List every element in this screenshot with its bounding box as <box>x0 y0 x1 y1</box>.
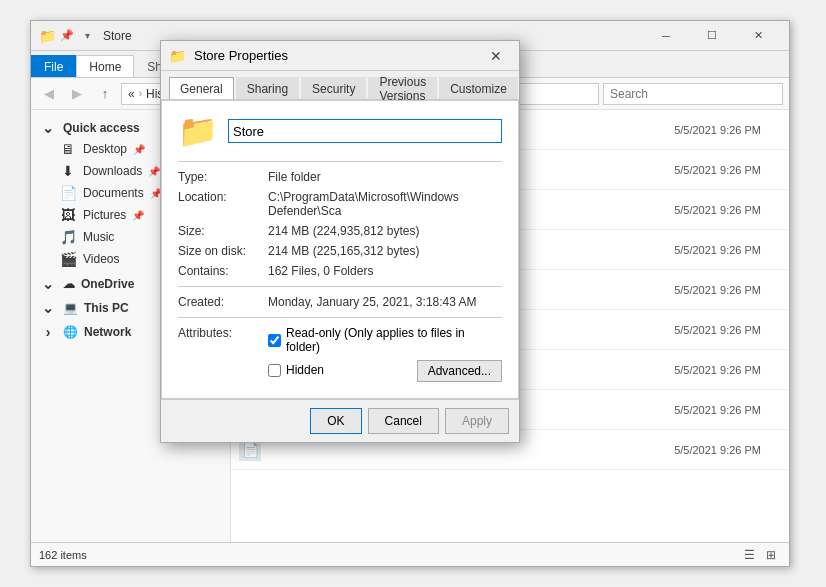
divider-1 <box>178 161 502 162</box>
downloads-icon: ⬇ <box>59 163 77 179</box>
folder-name-input[interactable] <box>228 119 502 143</box>
thispc-label: This PC <box>84 301 129 315</box>
dialog-close-button[interactable]: ✕ <box>481 41 511 71</box>
size-disk-value: 214 MB (225,165,312 bytes) <box>268 244 502 258</box>
up-button[interactable]: ↑ <box>93 82 117 106</box>
title-bar-icons: 📁 📌 ▾ <box>39 28 95 44</box>
title-quick-access-icon: 📌 <box>59 28 75 44</box>
back-button[interactable]: ◀ <box>37 82 61 106</box>
location-value: C:\ProgramData\Microsoft\Windows Defende… <box>268 190 502 218</box>
properties-dialog: 📁 Store Properties ✕ General Sharing Sec… <box>160 40 520 443</box>
pin-icon-downloads: 📌 <box>148 166 160 177</box>
videos-icon: 🎬 <box>59 251 77 267</box>
folder-row: 📁 <box>178 115 502 147</box>
attributes-label: Attributes: <box>178 326 268 382</box>
created-label: Created: <box>178 295 268 309</box>
dialog-title: Store Properties <box>194 48 473 63</box>
prop-size: Size: 214 MB (224,935,812 bytes) <box>178 224 502 238</box>
maximize-button[interactable]: ☐ <box>689 21 735 51</box>
location-label: Location: <box>178 190 268 218</box>
apply-button[interactable]: Apply <box>445 408 509 434</box>
size-value: 214 MB (224,935,812 bytes) <box>268 224 502 238</box>
tab-general[interactable]: General <box>169 77 234 99</box>
pictures-icon: 🖼 <box>59 207 77 223</box>
hidden-label: Hidden <box>286 363 324 377</box>
title-folder-icon: 📁 <box>39 28 55 44</box>
address-part-1: « <box>128 87 135 101</box>
readonly-label: Read-only (Only applies to files in fold… <box>286 326 502 354</box>
hidden-row: Hidden <box>268 363 324 377</box>
created-value: Monday, January 25, 2021, 3:18:43 AM <box>268 295 502 309</box>
tab-home[interactable]: Home <box>76 55 134 77</box>
ok-button[interactable]: OK <box>310 408 361 434</box>
prop-contains: Contains: 162 Files, 0 Folders <box>178 264 502 278</box>
contains-label: Contains: <box>178 264 268 278</box>
forward-button[interactable]: ▶ <box>65 82 89 106</box>
music-icon: 🎵 <box>59 229 77 245</box>
divider-2 <box>178 286 502 287</box>
prop-type: Type: File folder <box>178 170 502 184</box>
dialog-tabs: General Sharing Security Previous Versio… <box>161 71 519 100</box>
pictures-label: Pictures <box>83 208 126 222</box>
cancel-button[interactable]: Cancel <box>368 408 439 434</box>
dialog-footer: OK Cancel Apply <box>161 399 519 442</box>
documents-label: Documents <box>83 186 144 200</box>
title-controls: ─ ☐ ✕ <box>643 21 781 51</box>
dialog-body: 📁 Type: File folder Location: C:\Program… <box>161 100 519 399</box>
prop-created: Created: Monday, January 25, 2021, 3:18:… <box>178 295 502 309</box>
music-label: Music <box>83 230 114 244</box>
item-count: 162 items <box>39 549 87 561</box>
readonly-row: Read-only (Only applies to files in fold… <box>268 326 502 354</box>
onedrive-icon: ☁ <box>63 277 75 291</box>
quick-access-label: Quick access <box>63 121 140 135</box>
documents-icon: 📄 <box>59 185 77 201</box>
tab-file[interactable]: File <box>31 55 76 77</box>
prop-attributes: Attributes: Read-only (Only applies to f… <box>178 326 502 382</box>
chevron-icon-onedrive: ⌄ <box>39 276 57 292</box>
tab-security[interactable]: Security <box>301 77 366 99</box>
title-down-icon: ▾ <box>79 28 95 44</box>
attributes-options: Read-only (Only applies to files in fold… <box>268 326 502 382</box>
prop-location: Location: C:\ProgramData\Microsoft\Windo… <box>178 190 502 218</box>
tab-previous-versions[interactable]: Previous Versions <box>368 77 437 99</box>
network-icon: 🌐 <box>63 325 78 339</box>
minimize-button[interactable]: ─ <box>643 21 689 51</box>
dialog-title-bar: 📁 Store Properties ✕ <box>161 41 519 71</box>
contains-value: 162 Files, 0 Folders <box>268 264 502 278</box>
readonly-checkbox[interactable] <box>268 334 281 347</box>
thispc-icon: 💻 <box>63 301 78 315</box>
onedrive-label: OneDrive <box>81 277 134 291</box>
network-label: Network <box>84 325 131 339</box>
videos-label: Videos <box>83 252 119 266</box>
file-date: 5/5/2021 9:26 PM <box>269 444 781 456</box>
close-button[interactable]: ✕ <box>735 21 781 51</box>
type-value: File folder <box>268 170 502 184</box>
chevron-down-icon: ⌄ <box>39 120 57 136</box>
size-label: Size: <box>178 224 268 238</box>
pin-icon-desktop: 📌 <box>133 144 145 155</box>
chevron-icon-thispc: ⌄ <box>39 300 57 316</box>
hidden-checkbox[interactable] <box>268 364 281 377</box>
downloads-label: Downloads <box>83 164 142 178</box>
advanced-button[interactable]: Advanced... <box>417 360 502 382</box>
desktop-icon: 🖥 <box>59 141 77 157</box>
tab-sharing[interactable]: Sharing <box>236 77 299 99</box>
view-icons: ☰ ⊞ <box>739 545 781 565</box>
search-input[interactable] <box>603 83 783 105</box>
details-view-button[interactable]: ☰ <box>739 545 759 565</box>
chevron-icon-network: › <box>39 324 57 340</box>
big-folder-icon: 📁 <box>178 115 218 147</box>
pin-icon-pictures: 📌 <box>132 210 144 221</box>
size-disk-label: Size on disk: <box>178 244 268 258</box>
status-bar: 162 items ☰ ⊞ <box>31 542 789 566</box>
prop-size-disk: Size on disk: 214 MB (225,165,312 bytes) <box>178 244 502 258</box>
desktop-label: Desktop <box>83 142 127 156</box>
large-icons-button[interactable]: ⊞ <box>761 545 781 565</box>
type-label: Type: <box>178 170 268 184</box>
divider-3 <box>178 317 502 318</box>
tab-customize[interactable]: Customize <box>439 77 518 99</box>
dialog-folder-icon: 📁 <box>169 48 186 64</box>
